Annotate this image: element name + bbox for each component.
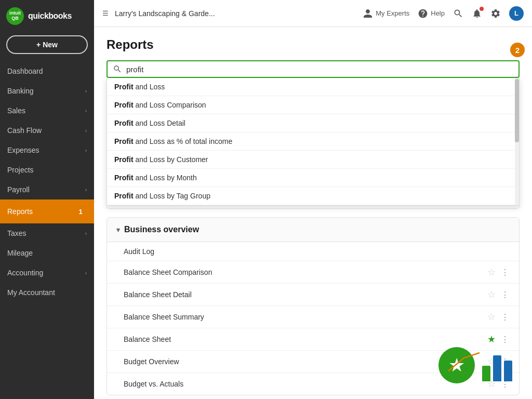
sidebar-item-reports[interactable]: Reports 1 (0, 200, 94, 223)
business-overview-section-header[interactable]: ▾ Business overview (107, 218, 519, 242)
help-button[interactable]: Help (418, 8, 445, 19)
more-options-icon[interactable]: ⋮ (501, 290, 510, 300)
quickbooks-logo-badge: intuitQB (6, 7, 24, 25)
sidebar: intuitQB quickbooks + New Dashboard Bank… (0, 0, 94, 399)
sidebar-item-accounting[interactable]: Accounting › (0, 263, 94, 283)
search-result-7[interactable]: Profit and Loss by Tag Group (107, 187, 519, 205)
star-empty-icon[interactable]: ☆ (487, 267, 496, 278)
star-empty-icon[interactable]: ☆ (487, 311, 496, 323)
notification-dot (480, 7, 484, 11)
chevron-right-icon: › (85, 187, 87, 193)
page-content: Reports 2 Profit and Loss (94, 27, 532, 399)
search-container: Profit and Loss Profit and Loss Comparis… (107, 60, 520, 78)
report-actions: ☆ ⋮ (487, 267, 510, 278)
chevron-right-icon: › (85, 108, 87, 114)
search-result-3[interactable]: Profit and Loss Detail (107, 114, 519, 132)
search-result-2[interactable]: Profit and Loss Comparison (107, 96, 519, 114)
search-input[interactable] (126, 65, 513, 74)
sidebar-item-label: Projects (7, 166, 34, 174)
report-name: Budget vs. Actuals (124, 380, 487, 388)
settings-button[interactable] (490, 8, 501, 19)
sidebar-item-projects[interactable]: Projects (0, 160, 94, 180)
chevron-right-icon: › (85, 270, 87, 276)
chevron-right-icon: › (85, 128, 87, 134)
gear-icon (490, 8, 501, 19)
search-area: 2 Profit and Loss Profit and Loss Compar… (107, 60, 520, 78)
sidebar-item-label: Reports (7, 207, 33, 216)
sidebar-item-label: Sales (7, 107, 25, 115)
sidebar-item-label: Banking (7, 87, 34, 95)
table-row: Balance Sheet Comparison ☆ ⋮ (107, 261, 519, 284)
table-row: Balance Sheet Detail ☆ ⋮ (107, 284, 519, 306)
sidebar-item-label: Expenses (7, 146, 39, 154)
report-name: Balance Sheet (124, 335, 487, 343)
scrollbar-track (515, 78, 519, 205)
chart-bar-3 (504, 361, 512, 381)
search-dropdown: Profit and Loss Profit and Loss Comparis… (107, 78, 520, 206)
sidebar-item-label: Accounting (7, 269, 43, 277)
sidebar-item-label: Cash Flow (7, 126, 42, 135)
more-options-icon[interactable]: ⋮ (501, 268, 510, 277)
more-options-icon[interactable]: ⋮ (501, 335, 510, 344)
sidebar-item-label: Mileage (7, 249, 33, 257)
report-actions: ☆ ⋮ (487, 289, 510, 300)
sidebar-item-sales[interactable]: Sales › (0, 101, 94, 121)
table-row: Audit Log (107, 242, 519, 261)
sidebar-item-expenses[interactable]: Expenses › (0, 140, 94, 160)
sidebar-item-cash-flow[interactable]: Cash Flow › (0, 121, 94, 140)
my-experts-button[interactable]: My Experts (363, 8, 409, 19)
search-result-5[interactable]: Profit and Loss by Customer (107, 151, 519, 169)
user-avatar[interactable]: L (509, 6, 524, 21)
report-actions: ☆ ⋮ (487, 311, 510, 323)
chevron-down-icon: ▾ (116, 226, 120, 234)
search-result-4[interactable]: Profit and Loss as % of total income (107, 132, 519, 151)
search-result-1[interactable]: Profit and Loss (107, 78, 519, 96)
chevron-right-icon: › (85, 88, 87, 94)
quickbooks-logo-text: quickbooks (28, 11, 72, 21)
sidebar-nav: Dashboard Banking › Sales › Cash Flow › … (0, 61, 94, 399)
sidebar-item-label: My Accountant (7, 288, 55, 297)
search-button[interactable] (453, 8, 463, 19)
star-filled-icon[interactable]: ★ (487, 334, 496, 345)
report-name: Audit Log (124, 247, 510, 256)
notifications-wrapper (472, 8, 482, 19)
chart-bar-1 (482, 366, 490, 381)
sidebar-item-my-accountant[interactable]: My Accountant (0, 283, 94, 302)
page-title: Reports (107, 37, 520, 52)
search-input-wrapper (107, 60, 520, 78)
sidebar-item-label: Dashboard (7, 67, 43, 75)
business-overview-title: Business overview (124, 225, 199, 234)
sidebar-item-mileage[interactable]: Mileage (0, 243, 94, 263)
search-result-bold: Profit (114, 83, 134, 91)
topbar-icons: My Experts Help L (363, 6, 524, 21)
sidebar-item-dashboard[interactable]: Dashboard (0, 61, 94, 81)
promo-chart (480, 347, 516, 383)
report-actions: ★ ⋮ (487, 334, 510, 345)
question-icon (418, 8, 428, 19)
search-input-icon (113, 64, 122, 74)
trend-line (446, 345, 482, 381)
sidebar-logo: intuitQB quickbooks (0, 0, 94, 32)
sidebar-item-payroll[interactable]: Payroll › (0, 180, 94, 200)
help-label: Help (431, 9, 445, 17)
chevron-right-icon: › (85, 231, 87, 236)
company-name: Larry's Landscaping & Garde... (115, 9, 356, 18)
sidebar-item-taxes[interactable]: Taxes › (0, 223, 94, 243)
sidebar-item-label: Taxes (7, 229, 26, 237)
report-name: Balance Sheet Detail (124, 290, 487, 299)
report-name: Balance Sheet Comparison (124, 268, 487, 276)
sidebar-item-label: Payroll (7, 185, 30, 194)
hamburger-menu-button[interactable]: ☰ (102, 9, 109, 17)
star-empty-icon[interactable]: ☆ (487, 289, 496, 300)
step-badge-2-top: 2 (510, 43, 525, 57)
more-options-icon[interactable]: ⋮ (501, 312, 510, 322)
chevron-right-icon: › (85, 148, 87, 153)
scrollbar-thumb (515, 79, 519, 143)
person-icon (363, 8, 373, 19)
sidebar-item-banking[interactable]: Banking › (0, 81, 94, 101)
main-content: ☰ Larry's Landscaping & Garde... My Expe… (94, 0, 532, 399)
search-result-6[interactable]: Profit and Loss by Month (107, 169, 519, 187)
new-button[interactable]: + New (6, 35, 88, 54)
search-icon (453, 8, 463, 19)
table-row: Balance Sheet Summary ☆ ⋮ (107, 306, 519, 328)
